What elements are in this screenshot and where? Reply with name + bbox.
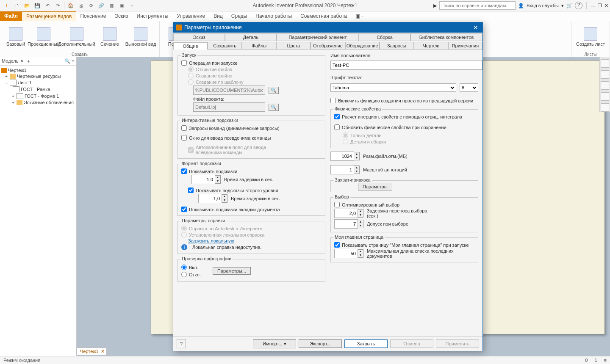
dlg-tab-general[interactable]: Общие	[173, 42, 208, 50]
recent-list-field[interactable]	[334, 249, 358, 258]
dlg-tab[interactable]: Сборка	[359, 33, 410, 41]
dlg-tab[interactable]: Запросы	[380, 42, 414, 49]
chk-legacy-projects[interactable]: Включить функцию создания проектов из пр…	[330, 98, 478, 103]
chk-neg-integral[interactable]: Расчет инерцион. свойств с помощью отриц…	[334, 114, 474, 119]
ribbon-tab[interactable]: Совместная работа	[296, 11, 351, 21]
spinner-icon[interactable]: ▲▼	[358, 220, 363, 228]
sel-delay-field[interactable]	[334, 209, 358, 218]
rad-spell-off[interactable]: Откл.	[181, 272, 201, 277]
dlg-tab[interactable]: Библиотека компонентов	[410, 33, 482, 41]
delay2-field[interactable]	[198, 194, 222, 203]
dlg-tab[interactable]: Файлы	[242, 42, 276, 49]
ribbon-tab[interactable]: Эскиз	[110, 11, 132, 21]
cart-icon[interactable]: 🛒	[566, 3, 572, 8]
username-field[interactable]	[330, 61, 482, 70]
dlg-tab[interactable]: Эскиз	[173, 33, 225, 41]
ribbon-tab[interactable]: Пояснение	[76, 11, 110, 21]
delay1-field[interactable]	[191, 175, 215, 184]
close-icon[interactable]: ✕	[471, 24, 480, 31]
save-icon[interactable]: 💾	[33, 2, 41, 9]
btn-base-view[interactable]: Базовый	[3, 27, 29, 47]
anno-scale-field[interactable]	[330, 165, 354, 174]
spinner-icon[interactable]: ▲▼	[358, 249, 363, 258]
btn-detail-view[interactable]: Выносной вид	[125, 27, 157, 47]
dialog-titlebar[interactable]: Параметры приложения ✕	[173, 22, 482, 33]
ribbon-tab-file[interactable]: Файл	[0, 11, 22, 21]
close-icon[interactable]: ✕	[101, 349, 105, 354]
orbit-icon[interactable]	[601, 59, 609, 68]
spinner-icon[interactable]: ▲▼	[358, 209, 363, 218]
close-window-icon[interactable]: ✕	[604, 3, 608, 8]
ribbon-tab[interactable]: Начало работы	[251, 11, 296, 21]
chk-show-home[interactable]: Показывать страницу "Моя главная страниц…	[334, 242, 474, 248]
spinner-icon[interactable]: ▲▼	[354, 152, 360, 160]
chk-tab-tooltips[interactable]: Показывать подсказки вкладки документа	[181, 207, 322, 212]
btn-aux-view[interactable]: Дополнительный	[58, 27, 95, 47]
ribbon-tab-extra[interactable]: ▣ ·	[351, 11, 367, 21]
undo-size-field[interactable]	[330, 152, 354, 161]
dlg-tab[interactable]: Примечания	[448, 42, 482, 49]
chk-startup-op[interactable]: Операция при запуске	[181, 60, 322, 66]
search-input[interactable]	[439, 1, 516, 10]
dlg-tab[interactable]: Чертеж	[414, 42, 448, 49]
tree-node[interactable]: Лист:1	[18, 80, 32, 85]
search-arrow-icon[interactable]: ▶	[433, 3, 437, 8]
spell-params-button[interactable]: Параметры...	[213, 267, 251, 275]
ribbon-tab-placement[interactable]: Размещение видов	[22, 11, 76, 21]
refresh-icon[interactable]: ⟳	[87, 2, 95, 9]
ribbon-tab[interactable]: Вид	[209, 11, 227, 21]
home-icon[interactable]: 🏠	[67, 2, 75, 9]
zoom-icon[interactable]	[601, 81, 609, 90]
help-icon[interactable]: ?	[575, 2, 582, 9]
zoom-all-icon[interactable]	[601, 103, 609, 112]
export-button[interactable]: Экспорт...	[299, 339, 342, 348]
select-icon[interactable]: ▦	[108, 2, 115, 9]
minimize-icon[interactable]: —	[591, 3, 595, 8]
ribbon-tab[interactable]: Управление	[172, 11, 209, 21]
plus-icon[interactable]: ＋	[26, 58, 31, 64]
dlg-tab[interactable]: Деталь	[225, 33, 277, 41]
app-icon[interactable]: I	[3, 2, 11, 9]
chk-opt-selection[interactable]: Оптимизированный выбор	[334, 202, 474, 207]
dlg-tab[interactable]: Цвета	[276, 42, 311, 49]
browse-icon[interactable]: 🔍	[269, 87, 279, 94]
btn-section-view[interactable]: Сечение	[97, 27, 123, 47]
chevron-down-icon[interactable]: ▾	[561, 3, 564, 8]
print-icon[interactable]: 🖨	[77, 2, 85, 9]
sel-tol-field[interactable]	[334, 219, 358, 229]
chk-show-tooltips-2[interactable]: Показывать подсказки второго уровня	[181, 188, 322, 193]
link-icon[interactable]: 🔗	[97, 2, 105, 9]
plus-icon[interactable]: ＋	[128, 2, 136, 9]
tree-node[interactable]: ГОСТ - Рамка	[21, 87, 50, 92]
dlg-tab[interactable]: Сохранить	[208, 42, 242, 49]
ribbon-tab[interactable]: Инструменты	[133, 11, 173, 21]
dlg-tab[interactable]: Отображение	[311, 42, 345, 49]
document-tab[interactable]: Чертеж1✕	[76, 347, 107, 355]
zoom-window-icon[interactable]	[601, 92, 609, 101]
tree-node[interactable]: Эскизные обозначения	[24, 100, 74, 105]
link-download-local[interactable]: Загрузить локальную	[188, 238, 234, 243]
close-icon[interactable]: ✕	[20, 58, 24, 64]
dlg-tab[interactable]: Параметрический элемент	[277, 33, 359, 41]
spinner-icon[interactable]: ▲▼	[222, 194, 227, 203]
user-icon[interactable]: 👤	[518, 3, 524, 8]
chk-update-phys[interactable]: Обновить физические свойства при сохране…	[334, 124, 474, 130]
status-menu-icon[interactable]: ≡	[604, 358, 607, 363]
material-icon[interactable]: ▣	[118, 2, 125, 9]
tree-node[interactable]: Чертежные ресурсы	[17, 74, 61, 79]
spinner-icon[interactable]: ▲▼	[354, 165, 360, 174]
help-icon[interactable]: ?	[177, 339, 186, 348]
undo-icon[interactable]: ↶	[44, 2, 51, 9]
tree-root[interactable]: Чертеж1	[8, 68, 27, 73]
close-button[interactable]: Закрыть	[344, 339, 388, 348]
font-name-select[interactable]: Tahoma	[330, 83, 456, 92]
btn-projected-view[interactable]: Проекционный	[30, 27, 57, 47]
search-icon[interactable]: 🔍	[64, 58, 70, 64]
chk-show-tooltips[interactable]: Показывать подсказки	[181, 168, 322, 174]
maximize-icon[interactable]: ❐	[598, 3, 602, 8]
pan-icon[interactable]	[601, 70, 609, 79]
menu-icon[interactable]: ≡	[72, 58, 75, 63]
rad-spell-on[interactable]: Вкл.	[181, 265, 201, 270]
signin-link[interactable]: Вход в службы	[527, 3, 559, 8]
browse-icon[interactable]: 🔍	[269, 104, 279, 111]
